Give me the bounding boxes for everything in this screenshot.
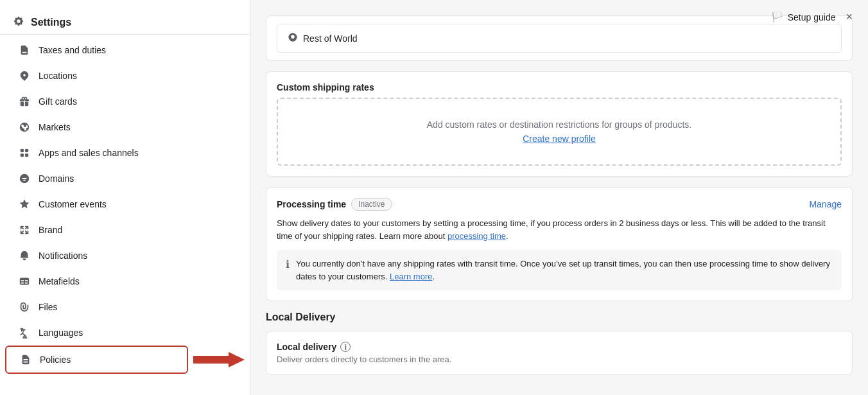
sidebar-apps-label: Apps and sales channels bbox=[39, 148, 139, 158]
languages-icon bbox=[18, 326, 31, 339]
rest-of-world-label: Rest of World bbox=[303, 33, 358, 44]
rest-of-world-row: Rest of World bbox=[277, 24, 842, 53]
local-delivery-title-row: Local delivery i bbox=[277, 342, 842, 352]
sidebar-languages-label: Languages bbox=[39, 328, 83, 338]
globe-icon bbox=[288, 32, 298, 44]
sidebar-item-metafields[interactable]: Metafields bbox=[5, 268, 245, 294]
flag-icon: 🏳️ bbox=[771, 11, 784, 23]
sidebar-item-brand[interactable]: Brand bbox=[5, 217, 245, 243]
sidebar-markets-label: Markets bbox=[39, 122, 71, 132]
gear-icon bbox=[13, 15, 24, 29]
apps-icon bbox=[18, 146, 31, 159]
sidebar-policies-label: Policies bbox=[40, 355, 71, 365]
tax-icon bbox=[18, 44, 31, 57]
local-delivery-section: Local Delivery Local delivery i Deliver … bbox=[266, 312, 853, 375]
svg-marker-0 bbox=[193, 352, 245, 367]
local-delivery-description: Deliver orders directly to customers in … bbox=[277, 355, 842, 364]
sidebar-item-apps[interactable]: Apps and sales channels bbox=[5, 140, 245, 166]
red-arrow-annotation bbox=[193, 351, 245, 369]
learn-more-link[interactable]: Learn more bbox=[390, 272, 432, 281]
sidebar-gift-cards-label: Gift cards bbox=[39, 96, 77, 107]
sidebar-customer-events-label: Customer events bbox=[39, 199, 107, 209]
sidebar-notifications-label: Notifications bbox=[39, 250, 87, 261]
sidebar-metafields-label: Metafields bbox=[39, 276, 80, 286]
local-delivery-section-title: Local Delivery bbox=[266, 312, 853, 323]
processing-info-box: ℹ You currently don’t have any shipping … bbox=[277, 250, 842, 290]
setup-guide-button[interactable]: 🏳️ Setup guide bbox=[771, 11, 836, 23]
brand-icon bbox=[18, 224, 31, 236]
main-content: 🏳️ Setup guide × Rest of World Custom sh… bbox=[250, 0, 868, 395]
custom-shipping-empty-text: Add custom rates or destination restrict… bbox=[288, 119, 830, 130]
custom-shipping-empty-box: Add custom rates or destination restrict… bbox=[277, 98, 842, 166]
custom-shipping-card: Custom shipping rates Add custom rates o… bbox=[266, 71, 853, 177]
sidebar-item-customer-events[interactable]: Customer events bbox=[5, 191, 245, 217]
inactive-badge: Inactive bbox=[351, 198, 392, 211]
processing-time-link[interactable]: processing time bbox=[447, 231, 506, 241]
info-text-content: You currently don’t have any shipping ra… bbox=[296, 259, 830, 281]
sidebar-item-taxes[interactable]: Taxes and duties bbox=[5, 37, 245, 63]
content-area: Rest of World Custom shipping rates Add … bbox=[250, 0, 868, 391]
sidebar-item-gift-cards[interactable]: Gift cards bbox=[5, 89, 245, 114]
processing-time-card: Processing time Inactive Manage Show del… bbox=[266, 187, 853, 301]
customer-events-icon bbox=[18, 198, 31, 211]
sidebar-item-domains[interactable]: Domains bbox=[5, 166, 245, 191]
custom-shipping-title: Custom shipping rates bbox=[266, 72, 852, 98]
location-icon bbox=[18, 69, 31, 82]
rest-of-world-card: Rest of World bbox=[266, 15, 853, 61]
metafields-icon bbox=[18, 275, 31, 288]
gift-icon bbox=[18, 95, 31, 108]
setup-guide-label: Setup guide bbox=[788, 12, 836, 22]
create-new-profile-link[interactable]: Create new profile bbox=[523, 134, 596, 144]
processing-title-row: Processing time Inactive bbox=[277, 198, 392, 211]
manage-link[interactable]: Manage bbox=[809, 199, 842, 209]
processing-time-title: Processing time bbox=[277, 199, 346, 209]
sidebar-locations-label: Locations bbox=[39, 71, 77, 81]
sidebar-item-policies[interactable]: Policies bbox=[5, 346, 188, 374]
domains-icon bbox=[18, 172, 31, 185]
sidebar-taxes-label: Taxes and duties bbox=[39, 45, 106, 55]
sidebar-domains-label: Domains bbox=[39, 173, 74, 184]
markets-icon bbox=[18, 121, 31, 134]
sidebar-item-notifications[interactable]: Notifications bbox=[5, 243, 245, 268]
local-delivery-card: Local delivery i Deliver orders directly… bbox=[266, 331, 853, 375]
sidebar-item-locations[interactable]: Locations bbox=[5, 63, 245, 89]
local-delivery-info-icon: i bbox=[340, 342, 351, 352]
header-actions: 🏳️ Setup guide × bbox=[771, 10, 853, 24]
settings-title: Settings bbox=[31, 17, 71, 28]
processing-time-header: Processing time Inactive Manage bbox=[277, 198, 842, 211]
close-button[interactable]: × bbox=[846, 10, 853, 24]
sidebar: Settings Taxes and duties Locations Gift… bbox=[0, 0, 250, 395]
sidebar-item-markets[interactable]: Markets bbox=[5, 114, 245, 140]
sidebar-item-files[interactable]: Files bbox=[5, 294, 245, 320]
sidebar-brand-label: Brand bbox=[39, 225, 62, 235]
files-icon bbox=[18, 301, 31, 313]
settings-header: Settings bbox=[0, 5, 250, 35]
sidebar-item-languages[interactable]: Languages bbox=[5, 320, 245, 346]
bell-icon bbox=[18, 249, 31, 262]
processing-time-description: Show delivery dates to your customers by… bbox=[277, 217, 842, 242]
sidebar-files-label: Files bbox=[39, 302, 58, 312]
local-delivery-card-title: Local delivery bbox=[277, 342, 336, 352]
info-icon: ℹ bbox=[286, 258, 290, 270]
policies-icon bbox=[19, 353, 32, 366]
